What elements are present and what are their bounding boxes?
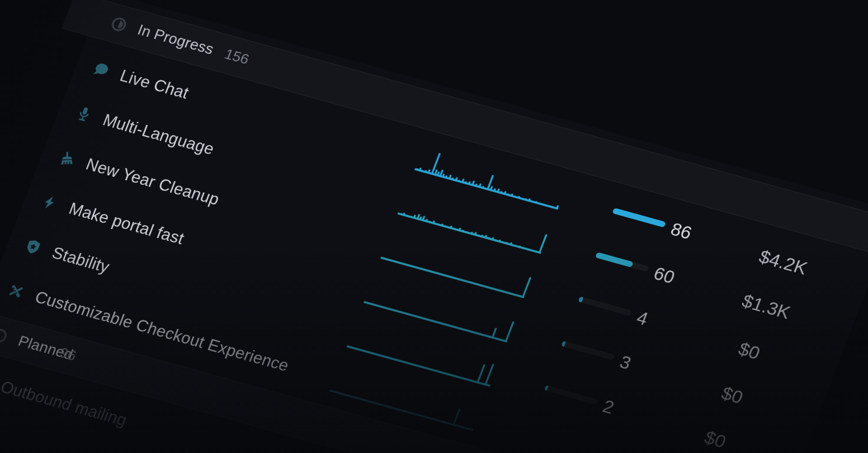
screen: In Progress156Live Chat86$4.2KMulti-Lang… <box>0 0 868 453</box>
status-in-progress-icon <box>108 14 130 35</box>
design-icon <box>5 281 27 301</box>
feature-name: Live Chat <box>117 66 191 103</box>
vote-count: 2 <box>600 396 655 428</box>
status-planned-icon <box>0 325 11 346</box>
section-count: 156 <box>222 46 252 68</box>
vote-count: 60 <box>651 263 706 295</box>
shield-icon <box>22 237 44 257</box>
score-progress-bar <box>612 208 666 228</box>
microphone-icon <box>73 104 95 124</box>
chat-bubble-icon <box>90 60 112 79</box>
vote-count: 4 <box>634 308 689 340</box>
vote-count: 3 <box>617 352 672 384</box>
section-label: In Progress <box>135 21 216 58</box>
score-progress-bar <box>595 252 649 272</box>
score-progress-bar <box>578 296 632 316</box>
feature-name: Stability <box>49 243 112 277</box>
broom-icon <box>57 149 78 168</box>
lightning-icon <box>39 193 61 212</box>
score-progress-bar <box>544 385 598 405</box>
vote-count: 86 <box>668 219 723 251</box>
score-progress-bar <box>561 341 615 360</box>
roadmap-panel: In Progress156Live Chat86$4.2KMulti-Lang… <box>0 0 868 453</box>
revenue-value: $0 <box>670 419 760 453</box>
